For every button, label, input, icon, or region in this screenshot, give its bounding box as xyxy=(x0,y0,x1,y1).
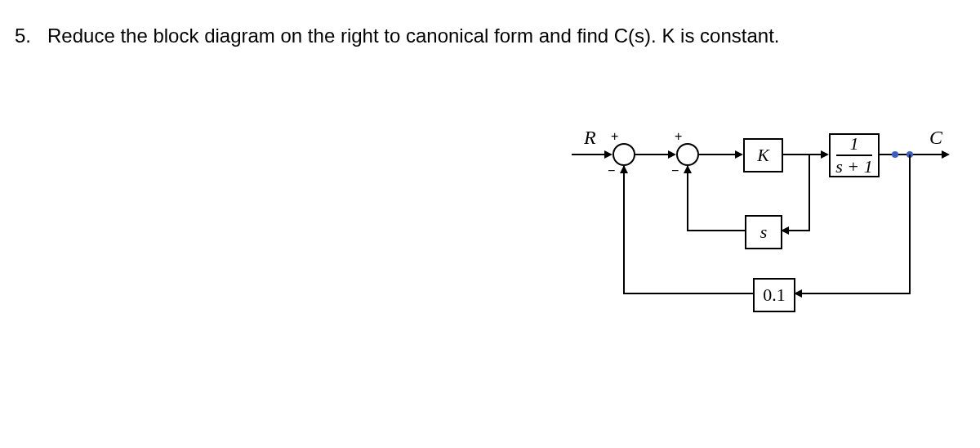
wire xyxy=(794,293,911,294)
wire xyxy=(808,155,810,231)
minus-sign: − xyxy=(671,164,679,178)
wire xyxy=(623,166,625,294)
summing-junction-1 xyxy=(612,143,635,166)
minus-sign: − xyxy=(608,164,615,178)
feedback-block-s: s xyxy=(745,215,782,249)
wire xyxy=(687,166,688,231)
question-number: 5. xyxy=(15,25,31,47)
wire xyxy=(699,154,737,155)
input-label: R xyxy=(584,127,596,149)
arrow-icon xyxy=(620,165,628,173)
wire xyxy=(687,230,745,231)
arrow-icon xyxy=(942,150,950,159)
pickoff-dot xyxy=(892,151,898,158)
question-text: Reduce the block diagram on the right to… xyxy=(47,25,779,47)
arrow-icon xyxy=(684,165,692,173)
feedback-block-h: 0.1 xyxy=(753,278,795,312)
block-diagram: R C + − + − K 1 s + 1 s 0.1 xyxy=(572,127,964,372)
transfer-block: 1 s + 1 xyxy=(829,133,880,177)
wire xyxy=(635,154,670,155)
plus-sign: + xyxy=(611,129,618,144)
fraction-num: 1 xyxy=(850,135,859,153)
plus-sign: + xyxy=(675,129,682,144)
wire xyxy=(782,154,822,155)
arrow-icon xyxy=(821,150,829,159)
question-line: 5.Reduce the block diagram on the right … xyxy=(15,25,779,47)
gain-block-K: K xyxy=(743,138,783,172)
output-label: C xyxy=(929,127,942,149)
wire xyxy=(623,293,753,294)
arrow-icon xyxy=(604,150,612,159)
summing-junction-2 xyxy=(676,143,699,166)
arrow-icon xyxy=(735,150,743,159)
wire xyxy=(572,154,606,155)
arrow-icon xyxy=(668,150,676,159)
wire xyxy=(909,155,911,293)
fraction-den: s + 1 xyxy=(835,158,872,176)
